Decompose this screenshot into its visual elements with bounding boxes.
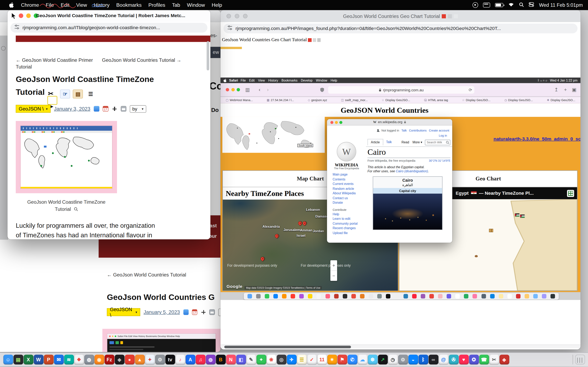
search-icon[interactable] — [519, 2, 524, 8]
dock-app-icon[interactable]: ❆ — [368, 355, 378, 364]
chrome-window-coastline-tutorial[interactable]: GeoJson World Coastline TimeZone Tutoria… — [8, 10, 210, 239]
dock-app-icon[interactable]: ◈ — [114, 355, 124, 364]
map-pin-icon[interactable] — [260, 256, 265, 261]
wikipedia-popup-window[interactable]: W en.wikipedia.org Not logged in Talk Co… — [327, 119, 452, 243]
author-dropdown[interactable]: by▾ — [130, 105, 146, 113]
dock-app-icon[interactable]: ◍ — [206, 355, 215, 364]
contributions-link[interactable]: Contributions — [409, 129, 427, 132]
dock-app-icon[interactable]: ✴ — [327, 355, 337, 364]
sidebar-link[interactable]: Current events — [333, 182, 366, 186]
sidebar-link[interactable]: Contact us — [333, 196, 366, 200]
prev-post-link[interactable]: ← GeoJson World Countries Tutorial — [107, 272, 186, 278]
close-button[interactable] — [330, 121, 333, 124]
next-post-link[interactable]: GeoJson World Countries Tutorial → — [102, 57, 181, 64]
add-icon[interactable] — [201, 309, 206, 315]
dock-app-icon[interactable]: N — [226, 355, 236, 364]
dock-app-icon[interactable]: ✦ — [145, 355, 155, 364]
category-dropdown[interactable]: GeoJSON \▾ — [16, 105, 51, 113]
dock-app-icon[interactable]: P — [44, 355, 53, 364]
scissors-runner-icon[interactable]: ✂➤ — [47, 96, 58, 105]
add-icon[interactable] — [112, 106, 117, 112]
dock-app-icon[interactable]: ● — [125, 355, 135, 364]
dock-app-icon[interactable]: ≋ — [64, 355, 74, 364]
disambiguation-link[interactable]: Cairo (disambiguation) — [396, 169, 428, 173]
dock-app-icon[interactable]: ◍ — [84, 355, 94, 364]
package-marker[interactable] — [489, 229, 493, 232]
tab-more[interactable]: More ▾ — [412, 141, 422, 144]
sidebar-link[interactable]: Learn to edit — [333, 217, 366, 221]
menubar-item[interactable]: Tab — [169, 2, 183, 8]
dock-app-icon[interactable]: ⚑ — [337, 355, 347, 364]
dock-app-icon[interactable]: ❖ — [74, 355, 84, 364]
author-dropdown[interactable]: by▾ — [218, 309, 221, 316]
printer-icon[interactable] — [209, 309, 215, 315]
dock-app-icon[interactable]: ✉ — [54, 355, 64, 364]
zoom-in-button[interactable]: + — [330, 260, 337, 271]
menubar-item[interactable]: Bookmarks — [113, 2, 145, 8]
tab-talk[interactable]: Talk — [383, 139, 395, 145]
dock-app-icon[interactable]: ✪ — [469, 355, 479, 364]
menubar-item[interactable]: Profiles — [145, 2, 169, 8]
dock-app-icon[interactable]: ✓ — [307, 355, 317, 364]
pointing-hand-icon[interactable]: ☞ — [60, 90, 70, 99]
dock-app-icon[interactable]: ⚙ — [155, 355, 165, 364]
abacus-icon[interactable]: ☰ — [86, 90, 96, 99]
sidebar-link[interactable]: Donate — [333, 200, 366, 205]
dock-app-icon[interactable]: ◆ — [499, 355, 509, 364]
minimize-button[interactable] — [26, 13, 31, 18]
dock-app-icon[interactable]: ❀ — [267, 355, 276, 364]
close-button[interactable] — [226, 14, 231, 18]
dock-app-icon[interactable]: X — [24, 355, 33, 364]
create-account-link[interactable]: Create account — [429, 129, 449, 132]
display-icon[interactable] — [483, 3, 490, 8]
post-thumbnail-figure[interactable]: Safari File Edit View History Bookmarks … — [102, 329, 221, 352]
geojson-source-link[interactable]: naturalearth-3.3.0/ne_50m_admin_0_scale_… — [493, 136, 580, 142]
battery-icon[interactable] — [495, 3, 503, 7]
apple-menu-icon[interactable] — [5, 2, 18, 8]
zoom-button[interactable] — [339, 121, 342, 124]
map-attribution[interactable]: Map data ©2023 Google Imagery ©2023 Terr… — [245, 286, 322, 290]
dock-app-icon[interactable]: @ — [439, 355, 448, 364]
tune-icon[interactable] — [14, 24, 20, 31]
status-round-badge-icon[interactable] — [473, 2, 478, 8]
url-text[interactable]: rjmprogramming.com.au/ITblog/geojson-wor… — [22, 25, 160, 30]
dock-app-icon[interactable]: ◷ — [388, 355, 398, 364]
dock-app-icon[interactable]: ↗ — [378, 355, 388, 364]
close-button[interactable] — [19, 13, 23, 18]
sidebar-link[interactable]: Upload file — [333, 231, 366, 235]
sidebar-link[interactable]: Main page — [333, 172, 366, 177]
tab-article[interactable]: Article — [367, 139, 383, 145]
wikipedia-globe-logo[interactable]: W — [337, 142, 356, 161]
map-pin-icon[interactable] — [302, 221, 307, 226]
tab-read[interactable]: Read — [402, 141, 409, 144]
dock-app-icon[interactable]: A — [185, 355, 195, 364]
minimize-button[interactable] — [235, 14, 239, 18]
dock-app-icon[interactable]: ▲ — [135, 355, 145, 364]
dock-app-icon[interactable]: ᛒ — [418, 355, 428, 364]
horizontal-scrollbar[interactable] — [221, 345, 580, 348]
post-date-link[interactable]: January 3, 2023 — [54, 106, 90, 112]
log-in-link[interactable]: Log in — [439, 134, 447, 138]
sidebar-link[interactable]: About Wikipedia — [333, 191, 366, 196]
dock-app-icon[interactable]: W — [34, 355, 43, 364]
dock-app-icon[interactable]: ☺ — [3, 355, 13, 364]
zoom-out-button[interactable]: − — [330, 271, 337, 281]
sidebar-link[interactable]: Community portal — [333, 221, 366, 226]
post-thumbnail-figure[interactable] — [16, 121, 117, 193]
sidebar-link[interactable]: Help — [333, 212, 366, 217]
map-pin-icon[interactable] — [297, 221, 303, 226]
calendar-17-icon[interactable]: 17 — [192, 309, 197, 315]
dock-app-icon[interactable]: ♪ — [175, 355, 185, 364]
camel-marker[interactable] — [475, 255, 478, 257]
menubar-item[interactable]: Chrome — [17, 2, 42, 8]
prev-post-link[interactable]: ← GeoJson World Coastline Primer Tutoria… — [16, 57, 93, 70]
scrollbar-thumb[interactable] — [207, 41, 209, 70]
google-logo[interactable]: Google — [226, 284, 242, 289]
dock-app-icon[interactable]: ♥ — [459, 355, 468, 364]
talk-link[interactable]: Talk — [401, 129, 407, 132]
chart-grid-icon[interactable] — [567, 190, 574, 197]
dock-app-icon[interactable]: ✂ — [489, 355, 499, 364]
dock-app-icon[interactable]: ◧ — [236, 355, 246, 364]
dock-app-icon[interactable]: ▤ — [13, 355, 23, 364]
dock-app-icon[interactable]: ◉ — [94, 355, 104, 364]
